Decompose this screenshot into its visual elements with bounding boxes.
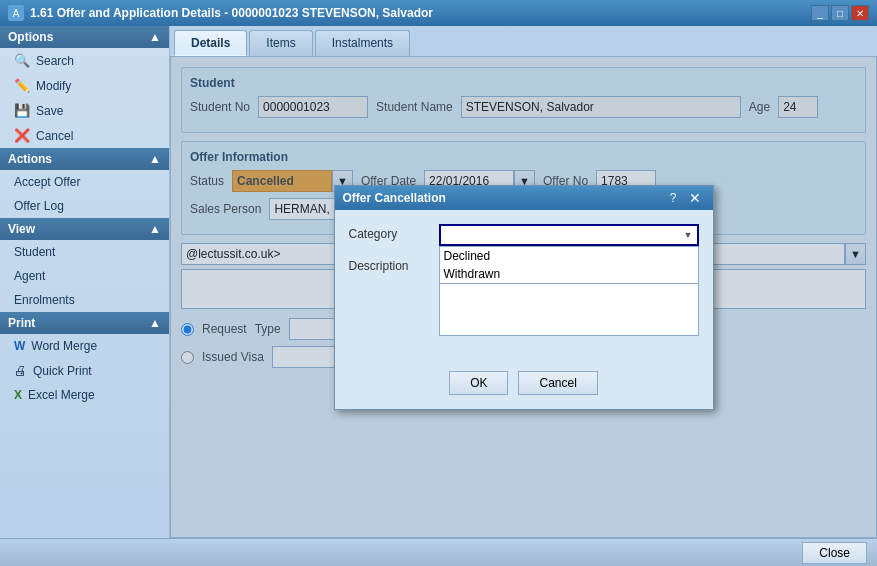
print-header: Print ▲ bbox=[0, 312, 169, 334]
sidebar-item-save[interactable]: 💾 Save bbox=[0, 98, 169, 123]
modal-buttons: OK Cancel bbox=[335, 363, 713, 409]
cancel-icon: ❌ bbox=[14, 128, 30, 143]
modal-close-button[interactable]: ✕ bbox=[685, 190, 705, 206]
app-icon: A bbox=[8, 5, 24, 21]
maximize-button[interactable]: □ bbox=[831, 5, 849, 21]
sidebar-item-agent[interactable]: Agent bbox=[0, 264, 169, 288]
sidebar-item-modify[interactable]: ✏️ Modify bbox=[0, 73, 169, 98]
actions-header: Actions ▲ bbox=[0, 148, 169, 170]
sidebar-item-offer-log[interactable]: Offer Log bbox=[0, 194, 169, 218]
word-icon: W bbox=[14, 339, 25, 353]
category-dropdown[interactable]: ▼ bbox=[439, 224, 699, 246]
description-label: Description bbox=[349, 256, 429, 273]
save-icon: 💾 bbox=[14, 103, 30, 118]
window-title: 1.61 Offer and Application Details - 000… bbox=[30, 6, 433, 20]
dropdown-item-declined[interactable]: Declined bbox=[440, 247, 698, 265]
offer-cancellation-dialog: Offer Cancellation ? ✕ Category bbox=[334, 185, 714, 410]
ok-button[interactable]: OK bbox=[449, 371, 508, 395]
title-bar: A 1.61 Offer and Application Details - 0… bbox=[0, 0, 877, 26]
category-dropdown-list: Declined Withdrawn bbox=[439, 246, 699, 284]
sidebar-item-enrolments[interactable]: Enrolments bbox=[0, 288, 169, 312]
sidebar-item-excel-merge[interactable]: X Excel Merge bbox=[0, 383, 169, 407]
modal-overlay: Offer Cancellation ? ✕ Category bbox=[171, 57, 876, 537]
modal-title-controls: ? ✕ bbox=[666, 190, 705, 206]
modal-title-bar: Offer Cancellation ? ✕ bbox=[335, 186, 713, 210]
title-bar-left: A 1.61 Offer and Application Details - 0… bbox=[8, 5, 433, 21]
tab-details[interactable]: Details bbox=[174, 30, 247, 56]
view-header: View ▲ bbox=[0, 218, 169, 240]
category-dropdown-wrap: ▼ Declined Withdrawn bbox=[439, 224, 699, 246]
tab-items[interactable]: Items bbox=[249, 30, 312, 56]
content-area: Details Items Instalments Student Studen… bbox=[170, 26, 877, 538]
category-row: Category ▼ Declined Withdrawn bbox=[349, 224, 699, 246]
excel-icon: X bbox=[14, 388, 22, 402]
close-button[interactable]: Close bbox=[802, 542, 867, 564]
modal-title: Offer Cancellation bbox=[343, 191, 446, 205]
modify-icon: ✏️ bbox=[14, 78, 30, 93]
sidebar-item-accept-offer[interactable]: Accept Offer bbox=[0, 170, 169, 194]
cancel-button[interactable]: Cancel bbox=[518, 371, 597, 395]
sidebar-item-word-merge[interactable]: W Word Merge bbox=[0, 334, 169, 358]
category-label: Category bbox=[349, 224, 429, 241]
print-icon: 🖨 bbox=[14, 363, 27, 378]
tab-instalments[interactable]: Instalments bbox=[315, 30, 410, 56]
sidebar: Options ▲ 🔍 Search ✏️ Modify 💾 Save ❌ Ca… bbox=[0, 26, 170, 538]
modal-body: Category ▼ Declined Withdrawn bbox=[335, 210, 713, 363]
sidebar-item-cancel[interactable]: ❌ Cancel bbox=[0, 123, 169, 148]
tab-bar: Details Items Instalments bbox=[170, 26, 877, 56]
window-controls: _ □ ✕ bbox=[811, 5, 869, 21]
sidebar-item-search[interactable]: 🔍 Search bbox=[0, 48, 169, 73]
dropdown-item-withdrawn[interactable]: Withdrawn bbox=[440, 265, 698, 283]
sidebar-item-quick-print[interactable]: 🖨 Quick Print bbox=[0, 358, 169, 383]
form-area: Student Student No Student Name Age Offe… bbox=[170, 56, 877, 538]
window-close-button[interactable]: ✕ bbox=[851, 5, 869, 21]
minimize-button[interactable]: _ bbox=[811, 5, 829, 21]
modal-help-button[interactable]: ? bbox=[666, 191, 681, 205]
search-icon: 🔍 bbox=[14, 53, 30, 68]
options-header: Options ▲ bbox=[0, 26, 169, 48]
category-arrow-icon: ▼ bbox=[684, 230, 693, 240]
main-layout: Options ▲ 🔍 Search ✏️ Modify 💾 Save ❌ Ca… bbox=[0, 26, 877, 538]
bottom-bar: Close bbox=[0, 538, 877, 566]
sidebar-item-student[interactable]: Student bbox=[0, 240, 169, 264]
